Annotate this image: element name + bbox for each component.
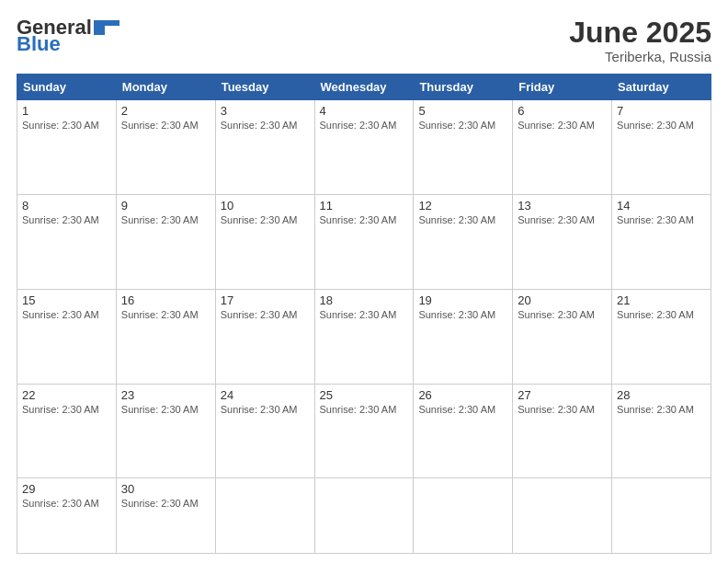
day-number: 15 [22,293,111,307]
table-row: 26Sunrise: 2:30 AM [414,384,513,478]
table-row: 4Sunrise: 2:30 AM [314,100,414,195]
sunrise-text: Sunrise: 2:30 AM [22,404,99,415]
table-row: 24Sunrise: 2:30 AM [215,384,314,478]
day-number: 30 [121,482,210,496]
logo-flag-icon [94,18,121,35]
table-row: 25Sunrise: 2:30 AM [314,384,414,478]
day-number: 26 [418,388,507,402]
day-number: 29 [22,482,111,496]
sunrise-text: Sunrise: 2:30 AM [320,214,397,225]
table-row: 16Sunrise: 2:30 AM [116,289,215,384]
day-number: 7 [617,104,706,118]
header-wednesday: Wednesday [314,75,414,100]
table-row: 11Sunrise: 2:30 AM [314,195,414,290]
day-number: 21 [617,293,706,307]
sunrise-text: Sunrise: 2:30 AM [320,120,397,131]
day-number: 1 [22,104,111,118]
table-row [513,478,612,554]
sunrise-text: Sunrise: 2:30 AM [221,404,298,415]
table-row: 20Sunrise: 2:30 AM [513,289,612,384]
sunrise-text: Sunrise: 2:30 AM [221,214,298,225]
day-number: 9 [121,199,210,213]
day-number: 17 [221,293,310,307]
table-row: 27Sunrise: 2:30 AM [513,384,612,478]
day-number: 22 [22,388,111,402]
sunrise-text: Sunrise: 2:30 AM [121,404,199,415]
table-row [314,478,414,554]
sunrise-text: Sunrise: 2:30 AM [418,120,495,131]
day-number: 3 [221,104,310,118]
day-number: 14 [617,199,706,213]
logo-blue: Blue [17,33,61,55]
sunrise-text: Sunrise: 2:30 AM [518,309,595,320]
sunrise-text: Sunrise: 2:30 AM [518,404,595,415]
table-row: 18Sunrise: 2:30 AM [314,289,414,384]
day-number: 4 [320,104,409,118]
logo: General Blue [17,17,121,55]
table-row: 6Sunrise: 2:30 AM [513,100,612,195]
sunrise-text: Sunrise: 2:30 AM [617,120,694,131]
table-row [215,478,314,554]
sunrise-text: Sunrise: 2:30 AM [518,120,595,131]
day-number: 10 [221,199,310,213]
table-row: 22Sunrise: 2:30 AM [17,384,117,478]
table-row: 12Sunrise: 2:30 AM [414,195,513,290]
day-number: 2 [121,104,210,118]
day-number: 27 [518,388,607,402]
table-row: 21Sunrise: 2:30 AM [612,289,711,384]
title-block: June 2025 Teriberka, Russia [569,17,711,64]
table-row: 1Sunrise: 2:30 AM [17,100,117,195]
day-number: 16 [121,293,210,307]
sunrise-text: Sunrise: 2:30 AM [121,120,199,131]
sunrise-text: Sunrise: 2:30 AM [418,309,495,320]
header-tuesday: Tuesday [215,75,314,100]
sunrise-text: Sunrise: 2:30 AM [121,214,199,225]
sunrise-text: Sunrise: 2:30 AM [418,404,495,415]
sunrise-text: Sunrise: 2:30 AM [320,404,397,415]
day-number: 8 [22,199,111,213]
calendar-header-row: Sunday Monday Tuesday Wednesday Thursday… [17,75,711,100]
table-row: 7Sunrise: 2:30 AM [612,100,711,195]
sunrise-text: Sunrise: 2:30 AM [121,309,199,320]
table-row: 28Sunrise: 2:30 AM [612,384,711,478]
sunrise-text: Sunrise: 2:30 AM [121,498,199,509]
day-number: 12 [418,199,507,213]
day-number: 6 [518,104,607,118]
header-sunday: Sunday [17,75,117,100]
sunrise-text: Sunrise: 2:30 AM [221,309,298,320]
table-row: 14Sunrise: 2:30 AM [612,195,711,290]
sunrise-text: Sunrise: 2:30 AM [22,498,99,509]
day-number: 20 [518,293,607,307]
sunrise-text: Sunrise: 2:30 AM [22,120,99,131]
sunrise-text: Sunrise: 2:30 AM [617,214,694,225]
table-row: 19Sunrise: 2:30 AM [414,289,513,384]
table-row [612,478,711,554]
sunrise-text: Sunrise: 2:30 AM [22,214,99,225]
table-row: 8Sunrise: 2:30 AM [17,195,117,290]
sunrise-text: Sunrise: 2:30 AM [22,309,99,320]
day-number: 11 [320,199,409,213]
day-number: 28 [617,388,706,402]
table-row: 10Sunrise: 2:30 AM [215,195,314,290]
table-row: 29Sunrise: 2:30 AM [17,478,117,554]
sunrise-text: Sunrise: 2:30 AM [221,120,298,131]
day-number: 13 [518,199,607,213]
day-number: 25 [320,388,409,402]
table-row: 13Sunrise: 2:30 AM [513,195,612,290]
table-row: 5Sunrise: 2:30 AM [414,100,513,195]
table-row: 17Sunrise: 2:30 AM [215,289,314,384]
table-row: 2Sunrise: 2:30 AM [116,100,215,195]
day-number: 23 [121,388,210,402]
day-number: 24 [221,388,310,402]
sunrise-text: Sunrise: 2:30 AM [418,214,495,225]
header-thursday: Thursday [414,75,513,100]
sunrise-text: Sunrise: 2:30 AM [617,404,694,415]
table-row: 30Sunrise: 2:30 AM [116,478,215,554]
day-number: 18 [320,293,409,307]
table-row: 9Sunrise: 2:30 AM [116,195,215,290]
sunrise-text: Sunrise: 2:30 AM [518,214,595,225]
header-monday: Monday [116,75,215,100]
table-row: 3Sunrise: 2:30 AM [215,100,314,195]
svg-marker-0 [94,20,119,35]
header: General Blue June 2025 Teriberka, Russia [17,17,711,64]
